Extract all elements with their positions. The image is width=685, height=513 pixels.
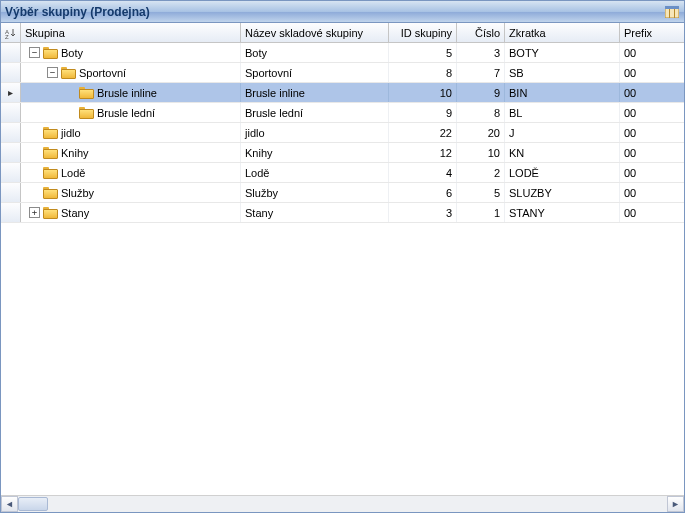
cell-text: KN xyxy=(509,147,524,159)
cell-num: 5 xyxy=(457,183,505,202)
collapse-icon[interactable]: − xyxy=(29,47,40,58)
table-row[interactable]: −SportovníSportovní87SB00 xyxy=(1,63,684,83)
cell-text: Lodě xyxy=(245,167,269,179)
row-indicator xyxy=(1,183,21,202)
cell-text: 22 xyxy=(440,127,452,139)
scroll-thumb[interactable] xyxy=(18,497,48,511)
row-indicator xyxy=(1,123,21,142)
table-row[interactable]: SlužbySlužby65SLUZBY00 xyxy=(1,183,684,203)
tree-cell[interactable]: Brusle lední xyxy=(21,103,241,122)
cell-name: Sportovní xyxy=(241,63,389,82)
cell-text: 5 xyxy=(446,47,452,59)
expander-gap xyxy=(65,87,76,98)
column-header-tree[interactable]: Skupina xyxy=(21,23,241,42)
cell-text: 7 xyxy=(494,67,500,79)
cell-text: 3 xyxy=(494,47,500,59)
cell-abbr: BIN xyxy=(505,83,620,102)
tree-label: Brusle lední xyxy=(97,107,155,119)
folder-icon xyxy=(43,207,58,219)
row-indicator xyxy=(1,103,21,122)
svg-text:Z: Z xyxy=(5,34,9,39)
header-label: Číslo xyxy=(475,27,500,39)
cell-num: 2 xyxy=(457,163,505,182)
tree-cell[interactable]: jidlo xyxy=(21,123,241,142)
cell-prefix: 00 xyxy=(620,43,680,62)
column-header-num[interactable]: Číslo xyxy=(457,23,505,42)
horizontal-scrollbar[interactable]: ◄ ► xyxy=(1,495,684,512)
table-row[interactable]: KnihyKnihy1210KN00 xyxy=(1,143,684,163)
cell-name: Knihy xyxy=(241,143,389,162)
cell-text: 10 xyxy=(440,87,452,99)
folder-icon xyxy=(43,167,58,179)
cell-name: Stany xyxy=(241,203,389,222)
cell-text: SLUZBY xyxy=(509,187,552,199)
header-label: Skupina xyxy=(25,27,65,39)
column-header-prefix[interactable]: Prefix xyxy=(620,23,680,42)
scroll-right-button[interactable]: ► xyxy=(667,496,684,512)
cell-text: LODĚ xyxy=(509,167,539,179)
cell-num: 3 xyxy=(457,43,505,62)
tree-label: Služby xyxy=(61,187,94,199)
tree-cell[interactable]: Služby xyxy=(21,183,241,202)
tree-label: Brusle inline xyxy=(97,87,157,99)
tree-cell[interactable]: Knihy xyxy=(21,143,241,162)
sort-button[interactable]: A Z xyxy=(1,23,21,42)
header-label: Prefix xyxy=(624,27,652,39)
cell-text: J xyxy=(509,127,515,139)
cell-prefix: 00 xyxy=(620,63,680,82)
tree-content: +Stany xyxy=(25,203,89,222)
table-row[interactable]: −BotyBoty53BOTY00 xyxy=(1,43,684,63)
tree-content: −Boty xyxy=(25,43,83,62)
tree-cell[interactable]: Brusle inline xyxy=(21,83,241,102)
scroll-left-button[interactable]: ◄ xyxy=(1,496,18,512)
column-header-id[interactable]: ID skupiny xyxy=(389,23,457,42)
folder-icon xyxy=(43,47,58,59)
tree-cell[interactable]: −Sportovní xyxy=(21,63,241,82)
column-header-name[interactable]: Název skladové skupiny xyxy=(241,23,389,42)
tree-cell[interactable]: +Stany xyxy=(21,203,241,222)
group-picker-window: Výběr skupiny (Prodejna) A Z Skupina Náz… xyxy=(0,0,685,513)
folder-icon xyxy=(61,67,76,79)
cell-text: 00 xyxy=(624,47,636,59)
cell-text: 00 xyxy=(624,147,636,159)
columns-icon[interactable] xyxy=(664,4,680,20)
tree-label: Stany xyxy=(61,207,89,219)
table-row[interactable]: Brusle ledníBrusle lední98BL00 xyxy=(1,103,684,123)
tree-content: Brusle lední xyxy=(25,103,155,122)
row-indicator xyxy=(1,63,21,82)
cell-text: 2 xyxy=(494,167,500,179)
cell-text: 3 xyxy=(446,207,452,219)
cell-num: 1 xyxy=(457,203,505,222)
table-row[interactable]: jidlojidlo2220J00 xyxy=(1,123,684,143)
table-row[interactable]: +StanyStany31STANY00 xyxy=(1,203,684,223)
cell-text: 8 xyxy=(494,107,500,119)
tree-label: Sportovní xyxy=(79,67,126,79)
cell-text: SB xyxy=(509,67,524,79)
header-label: Název skladové skupiny xyxy=(245,27,363,39)
tree-label: Boty xyxy=(61,47,83,59)
column-header-abbr[interactable]: Zkratka xyxy=(505,23,620,42)
header-label: ID skupiny xyxy=(401,27,452,39)
cell-text: 00 xyxy=(624,167,636,179)
cell-id: 9 xyxy=(389,103,457,122)
table-row[interactable]: ▸Brusle inlineBrusle inline109BIN00 xyxy=(1,83,684,103)
scroll-track[interactable] xyxy=(18,496,667,512)
table-row[interactable]: LoděLodě42LODĚ00 xyxy=(1,163,684,183)
collapse-icon[interactable]: − xyxy=(47,67,58,78)
row-indicator xyxy=(1,143,21,162)
header-label: Zkratka xyxy=(509,27,546,39)
cell-text: 00 xyxy=(624,207,636,219)
row-indicator: ▸ xyxy=(1,83,21,102)
tree-cell[interactable]: −Boty xyxy=(21,43,241,62)
cell-id: 5 xyxy=(389,43,457,62)
cell-id: 10 xyxy=(389,83,457,102)
cell-num: 9 xyxy=(457,83,505,102)
cell-text: 00 xyxy=(624,87,636,99)
tree-cell[interactable]: Lodě xyxy=(21,163,241,182)
tree-content: Lodě xyxy=(25,163,85,182)
tree-label: Lodě xyxy=(61,167,85,179)
row-indicator xyxy=(1,43,21,62)
expand-icon[interactable]: + xyxy=(29,207,40,218)
folder-icon xyxy=(43,187,58,199)
expander-gap xyxy=(29,127,40,138)
